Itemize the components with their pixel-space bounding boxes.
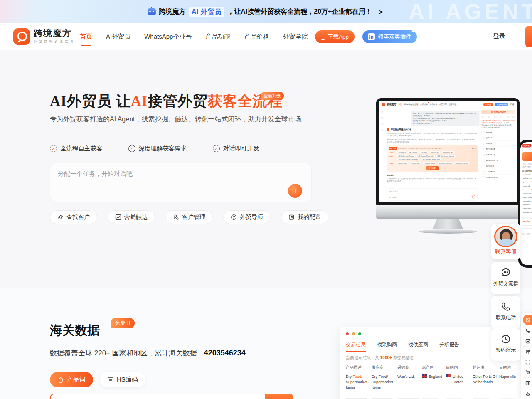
customs-search-button[interactable] (265, 394, 293, 399)
mini-download-button: 下载App (483, 103, 493, 106)
monitor-chin (376, 205, 520, 219)
phone-icon (321, 34, 325, 40)
banner-arrow-icon[interactable]: ＞ (377, 7, 384, 17)
menu-contacts[interactable]: 联系方式 (523, 326, 532, 336)
phone-company-list: walmart inc greenwich llc vision lab don… (523, 176, 532, 214)
keyword-chip: Packaging materials (454, 162, 470, 165)
mini-ai-status: AI正在全网搜索执行中… (387, 128, 478, 131)
action-my-config[interactable]: 我的配置 (281, 210, 328, 224)
feature-item: ✓ 对话即可开发 (213, 145, 259, 153)
menu-trade-map[interactable]: 贸易地图 (523, 378, 532, 388)
service-avatar (494, 226, 517, 247)
people-icon (525, 349, 530, 354)
phone-banner-cards (522, 152, 532, 161)
keyword-chip: Phosphor powder (423, 162, 437, 165)
action-trade-mentor[interactable]: 外贸导师 (223, 210, 271, 224)
tab-find-suppliers: 找供应商 (408, 341, 428, 352)
map-icon (525, 380, 530, 385)
keyword-chip: LED Wall Sconce Lighting (436, 155, 456, 158)
keyword-chip: LED Outdoor Flood Light (416, 155, 435, 158)
menu-trade-partners[interactable]: 贸易伙伴 (523, 347, 532, 357)
robot-icon (148, 8, 156, 15)
nav-pricing[interactable]: 产品价格 (244, 33, 269, 41)
trade-side-menu: 贸易数据 联系方式 进出口 贸易伙伴 HS编码 采供关系 贸易地图 港口数据 (521, 313, 532, 399)
tab-product-words[interactable]: 产品词 (50, 372, 93, 387)
nav-ai-trader[interactable]: AI外贸员 (106, 33, 131, 41)
chat-bubble-icon (500, 267, 511, 278)
monitor-base (419, 229, 477, 234)
keyword-chip: High-power LED (441, 151, 455, 154)
book-demo-widget[interactable]: 预约演示 (491, 328, 520, 361)
monitor-stand (433, 219, 463, 229)
trend-icon (525, 339, 530, 344)
keyword-chip: Epitaxial wafer (409, 162, 422, 165)
send-button[interactable]: ↑ (288, 184, 302, 198)
keyword-chip: LED display (397, 151, 407, 154)
section-title: 海关数据 (50, 322, 100, 339)
trend-icon (115, 214, 121, 220)
menu-trade-data[interactable]: 贸易数据 (523, 315, 532, 325)
phone-promo-badge: 限时领 (522, 144, 532, 148)
mini-plugin-button: 领英获客插件 (495, 103, 508, 106)
nav-home[interactable]: 首页 (80, 33, 92, 41)
mini-ai-reply: 接下来我将按以下流程执行：搜索目标客户 → 解析官网与社媒信息 → 评估采购意向… (387, 138, 478, 143)
action-marketing-reach[interactable]: 营销触达 (108, 210, 155, 224)
linkedin-plugin-button[interactable]: in 领英获客插件 (362, 30, 417, 43)
keyword-chip: Organic LED (429, 151, 440, 154)
trade-group-widget[interactable]: 外贸交流群 (491, 262, 520, 294)
mini-chat-input: 请输入内容… GPT模型 ∨ ↑ (387, 188, 478, 200)
download-app-button[interactable]: 下载App (315, 30, 355, 43)
menu-supply-relations[interactable]: 采供关系 (523, 367, 532, 378)
contact-phone-widget[interactable]: 联系电话 (491, 296, 520, 328)
mini-nav-new-badge: 产品功能 (420, 103, 428, 106)
brand-logo[interactable]: 跨境魔方 外贸获客必备工具 (13, 28, 75, 45)
action-find-customers[interactable]: 查找客户 (50, 210, 97, 224)
keyword-chip: LED Ceiling Light Fixture (397, 155, 416, 158)
mini-search-button: 开始搜索 (426, 166, 439, 170)
mini-user-message: 我是一家中国生产LED灯的工厂，需要你帮我在目标地区找到有LED采购需求的海外客… (411, 111, 480, 126)
task-input[interactable]: 分配一个任务，开始对话吧 ↑ (50, 163, 312, 202)
mini-chat-area: 我是一家中国生产LED灯的工厂，需要你帮我在目标地区找到有LED采购需求的海外客… (384, 108, 480, 202)
nav-whatsapp[interactable]: WhatsApp企业号 (144, 33, 192, 41)
keyword-chip: LED strip (419, 151, 428, 154)
customs-search-input[interactable] (50, 394, 293, 399)
action-customer-management[interactable]: 客户管理 (165, 210, 213, 224)
share-config-icon (288, 214, 295, 220)
mini-logo-icon (382, 103, 385, 106)
nav-academy[interactable]: 外贸学院 (283, 33, 308, 41)
expand-toggle: 展开 ∨ (471, 147, 476, 149)
monitor-frame: 跨境魔方 首页 WhatsApp企业号 产品功能 产品价格 外贸学院 关于我们 … (376, 98, 520, 205)
logo-subtitle: 外贸获客必备工具 (34, 39, 75, 44)
phone-icon (525, 328, 530, 333)
menu-import-export[interactable]: 进出口 (523, 336, 532, 347)
check-icon: ✓ (128, 145, 135, 152)
feature-item: ✓ 深度理解获客需求 (128, 145, 187, 153)
uk-flag-icon (422, 374, 427, 378)
table-row: Dry Food/Supermarket Items Dry Food/ Sup… (346, 374, 532, 394)
hero-title: AI外贸员 让AI接管外贸获客全流程 (50, 91, 283, 111)
table-header: 产品描述 供应商 采购商 原产国 目的国 起运港 目的港 日期 (346, 365, 532, 370)
upgrade-badge: 全新升级 (261, 92, 284, 100)
announcement-banner[interactable]: AI AGENT 跨境魔方 AI 外贸员 ，让AI接管外贸获客全流程，20万+企… (0, 0, 532, 23)
nav-features[interactable]: 产品功能 (205, 33, 230, 41)
clock-icon (500, 334, 511, 345)
login-link[interactable]: 登录 (493, 32, 505, 40)
mini-ai-reply: 已为你梳理本次获客任务：目标市场为北美与欧洲，产品为LED照明相关品类，将通过W… (387, 132, 478, 137)
bag-icon (57, 377, 64, 383)
banner-content: 跨境魔方 AI 外贸员 ，让AI接管外贸获客全流程，20万+企业都在用！ ＞ (148, 7, 385, 17)
banner-brand: 跨境魔方 (159, 7, 186, 16)
tab-hs-code[interactable]: HS编码 (100, 372, 145, 387)
tab-find-buyers: 找采购商 (377, 341, 397, 352)
logo-title: 跨境魔方 (34, 28, 75, 38)
keyword-chip: LED Christmas String Lights (420, 158, 441, 161)
menu-port-data[interactable]: 港口数据 (523, 388, 532, 399)
cart-icon (525, 370, 530, 375)
side-trial-tab[interactable] (525, 26, 532, 47)
mini-send-icon: ↑ (472, 195, 475, 199)
banner-highlight: AI 外贸员 (189, 7, 224, 17)
menu-hs-code[interactable]: HS编码 (523, 357, 532, 367)
quick-actions: 查找客户 营销触达 客户管理 外贸导师 我的配置 (50, 210, 328, 224)
check-icon: ✓ (50, 145, 57, 152)
contact-service-widget[interactable]: 联系客服 (491, 224, 520, 259)
keyword-panel-tag: AI扩广词 (389, 147, 397, 150)
